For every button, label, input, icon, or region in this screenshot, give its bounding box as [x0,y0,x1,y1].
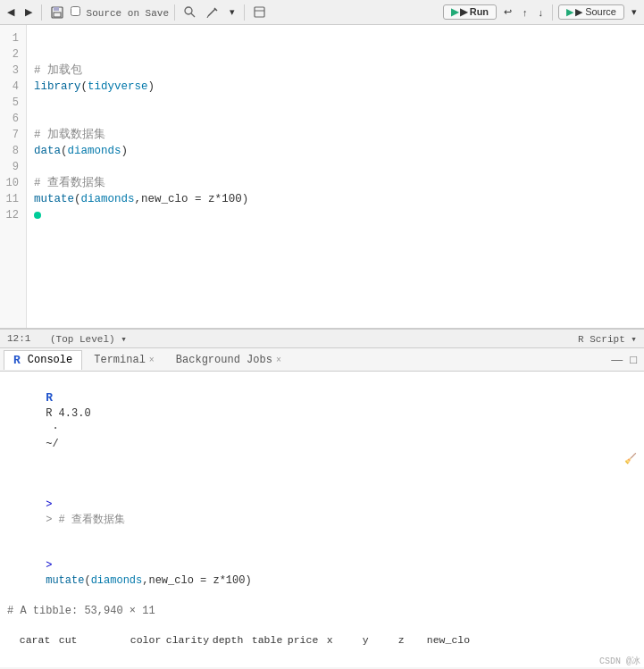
down-button[interactable]: ↓ [535,5,548,20]
maximize-console-button[interactable]: □ [628,353,639,366]
svg-line-4 [191,13,195,17]
cursor-position: 12:1 [7,333,43,344]
run-button[interactable]: ▶ ▶ Run [443,4,497,20]
terminal-close-icon[interactable]: × [149,355,155,365]
data-table: caratcutcolorclaritydepthtablepricexyzne… [7,619,637,667]
background-jobs-close-icon[interactable]: × [276,355,281,365]
rerun-button[interactable]: ↩ [500,4,515,20]
code-line-6 [34,111,637,127]
tab-background-jobs[interactable]: Background Jobs × [166,350,291,369]
svg-rect-1 [54,7,59,11]
layout-button[interactable] [250,4,269,20]
toolbar: ◀ ▶ Source on Save ▾ ▶ ▶ Run ↩ ↑ ↓ ▶ ▶ S… [0,0,644,25]
level-indicator[interactable]: (Top Level) ▾ [50,333,127,345]
code-line-5 [34,95,637,111]
tab-bar: R Console Terminal × Background Jobs × —… [0,348,644,372]
sep4 [552,4,553,21]
sep2 [174,4,175,21]
script-type[interactable]: R Script ▾ [578,333,637,345]
save-button[interactable] [47,4,67,21]
search-button[interactable] [180,4,199,20]
code-line-1 [34,30,637,46]
svg-rect-2 [54,13,61,17]
code-line-12 [34,207,637,223]
svg-line-6 [207,16,208,18]
forward-button[interactable]: ▶ [21,4,36,20]
editor: 1 2 3 4 5 6 7 8 9 10 11 12 # 加载包 library… [0,25,644,329]
line-numbers: 1 2 3 4 5 6 7 8 9 10 11 12 [0,25,27,328]
svg-rect-7 [255,7,264,17]
search-icon [184,6,196,18]
table-header: caratcutcolorclaritydepthtablepricexyzne… [7,619,637,662]
sep3 [244,4,245,21]
r-version-line: R R 4.3.0 · ~/ 🧹 [7,375,637,482]
r-logo: R [13,354,21,367]
code-line-8: data(diamonds) [34,143,637,159]
console-cmd2: > mutate(diamonds,new_clo = z*100) [7,543,637,604]
tab-console[interactable]: R Console [4,350,82,370]
back-button[interactable]: ◀ [4,4,18,20]
pencil-icon [206,6,219,19]
tab-terminal[interactable]: Terminal × [84,350,164,369]
minimize-console-button[interactable]: — [609,353,624,366]
source-on-save-label[interactable]: Source on Save [71,6,169,19]
code-line-7: # 加载数据集 [34,127,637,143]
up-button[interactable]: ↑ [519,5,531,20]
tibble-info: # A tibble: 53,940 × 11 [7,604,637,619]
console-panel: R Console Terminal × Background Jobs × —… [0,348,644,667]
tools-button[interactable] [203,4,222,21]
source-on-save-checkbox[interactable] [71,6,80,16]
code-line-3: # 加载包 [34,63,637,79]
statusbar: 12:1 (Top Level) ▾ R Script ▾ [0,329,644,348]
layout-icon [254,6,265,18]
console-cmd1: > > # 查看数据集 [7,482,637,543]
code-line-2 [34,46,637,63]
watermark: CSDN @冰 [599,655,640,667]
console-output[interactable]: R R 4.3.0 · ~/ 🧹 > > # 查看数据集 > mutate(di… [0,372,644,667]
svg-line-5 [208,9,215,16]
tab-icons: — □ [609,353,644,366]
source-button[interactable]: ▶ ▶ Source [558,4,624,20]
sep1 [41,4,42,21]
tools-dropdown[interactable]: ▾ [226,4,238,20]
code-line-11: mutate(diamonds,new_clo = z*100) [34,191,637,207]
save-icon [51,6,63,19]
svg-point-3 [185,7,192,14]
table-types: <dbl><ord><ord><ord><dbl><dbl><int><dbl>… [7,662,637,667]
code-editor[interactable]: # 加载包 library(tidyverse) # 加载数据集 data(di… [27,25,644,328]
console-clear-icon[interactable]: 🧹 [624,452,637,467]
code-line-10: # 查看数据集 [34,175,637,191]
source-dropdown[interactable]: ▾ [628,4,640,20]
code-line-9 [34,159,637,175]
code-line-4: library(tidyverse) [34,79,637,95]
